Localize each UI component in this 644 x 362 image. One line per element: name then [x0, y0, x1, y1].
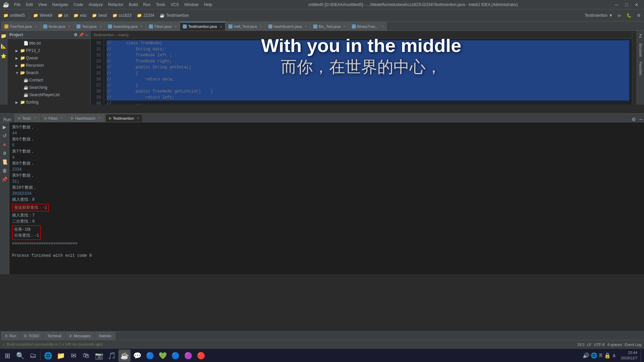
- tab-testjava[interactable]: Test.java ✕: [73, 22, 105, 31]
- security-icon[interactable]: 🔒: [604, 352, 611, 359]
- mail-icon[interactable]: ✉: [67, 350, 79, 362]
- code-content[interactable]: 30 31 32 33 34 35 36 37 38 39 40 // clas…: [91, 39, 632, 105]
- tree-item-title[interactable]: 📄 title.txt: [7, 40, 90, 47]
- tab-testinsertionjava[interactable]: TestInsertion.java ✕: [180, 22, 225, 31]
- run-button[interactable]: ▶: [616, 12, 623, 18]
- menu-analyze[interactable]: Analyze: [87, 2, 105, 8]
- menu-build[interactable]: Build: [127, 2, 140, 8]
- menu-refactor[interactable]: Refactor: [106, 2, 125, 8]
- minimize-button[interactable]: ─: [612, 1, 621, 8]
- tab-close-icon[interactable]: ✕: [137, 116, 139, 120]
- menu-tools[interactable]: Tools: [154, 2, 167, 8]
- stop-icon[interactable]: ■: [2, 141, 6, 148]
- tab-hashsearchjava[interactable]: HashSearch.java ✕: [265, 22, 310, 31]
- favorites-right-icon[interactable]: Favorites: [638, 61, 643, 76]
- tab-halftestjava[interactable]: Half_Test.java ✕: [225, 22, 265, 31]
- start-button[interactable]: ⊞: [1, 350, 13, 362]
- project-pin-icon[interactable]: 📌: [79, 33, 84, 37]
- window-controls[interactable]: ─ □ ✕: [612, 1, 641, 8]
- menu-window[interactable]: Window: [182, 2, 201, 8]
- structure-right-icon[interactable]: Z: [638, 32, 643, 40]
- breadcrumb-edu[interactable]: 📁 edu: [71, 12, 89, 18]
- scroll-icon[interactable]: 📜: [1, 159, 8, 165]
- tab-close-icon[interactable]: ✕: [220, 25, 222, 28]
- show-desktop[interactable]: [641, 350, 643, 362]
- tree-item-searching[interactable]: ☕ Searching: [7, 84, 90, 91]
- rerun-icon[interactable]: ↺: [2, 132, 7, 139]
- menu-view[interactable]: View: [36, 2, 49, 8]
- intellij-icon[interactable]: ☕: [118, 350, 130, 362]
- tab-messages[interactable]: 0: Messages: [66, 332, 94, 340]
- breadcrumb-j2334[interactable]: 📁 J2334: [135, 12, 156, 18]
- tab-close-icon[interactable]: ✕: [305, 24, 307, 28]
- store-icon[interactable]: 🛍: [80, 350, 92, 362]
- breadcrumb-cs1823[interactable]: 📁 cs1823: [110, 12, 134, 18]
- tab-close-icon[interactable]: ✕: [260, 24, 262, 28]
- tab-close-icon[interactable]: ✕: [140, 24, 143, 28]
- menu-navigate[interactable]: Navigate: [50, 2, 70, 8]
- tab-close-icon[interactable]: ✕: [60, 116, 63, 120]
- tree-item-search[interactable]: ▼ 📂 Search: [7, 69, 90, 76]
- clear-icon[interactable]: 🗑: [2, 167, 8, 174]
- run-tab-hashsearch[interactable]: ▶ HashSearch ✕: [67, 114, 105, 122]
- favorites-icon[interactable]: ⭐: [0, 52, 7, 60]
- project-selector[interactable]: 📁 untitled5: [1, 12, 27, 18]
- run-tab-fibon[interactable]: ▶ Fibon ✕: [41, 114, 67, 122]
- run-minimize-icon[interactable]: ─: [638, 117, 644, 122]
- tab-terminal[interactable]: Terminal: [44, 332, 65, 340]
- chevron-icon[interactable]: ∧: [612, 352, 616, 359]
- explorer-icon[interactable]: 📁: [55, 350, 67, 362]
- run-output[interactable]: 第5个数据， 44 第6个数据， 5 第7个数据， 4 第8个数据， 2334 …: [9, 122, 644, 274]
- breadcrumb-main[interactable]: main(): [118, 33, 128, 37]
- search-taskbar[interactable]: 🔍: [14, 350, 26, 362]
- menu-edit[interactable]: Edit: [24, 2, 35, 8]
- settings-button[interactable]: ⚙: [635, 12, 643, 18]
- network-icon[interactable]: 🌐: [591, 352, 597, 359]
- tab-close-icon[interactable]: ✕: [381, 24, 384, 28]
- tree-item-pp13[interactable]: ▶ 📁 PP13_2: [7, 47, 90, 54]
- breadcrumb-cn[interactable]: 📁 cn: [56, 12, 70, 18]
- system-clock[interactable]: 20:44 2019/11/7: [618, 350, 640, 361]
- menu-run[interactable]: Run: [141, 2, 153, 8]
- app-icon3[interactable]: 🔴: [195, 350, 207, 362]
- project-minimize-icon[interactable]: ─: [85, 33, 88, 37]
- tab-close-icon[interactable]: ✕: [174, 24, 177, 28]
- ime-icon[interactable]: 英: [599, 353, 603, 358]
- run-config-selector[interactable]: TestInsertion ▼: [583, 12, 615, 18]
- run-tab-test1[interactable]: ▶ Test1 ✕: [14, 114, 40, 122]
- tab-close-icon[interactable]: ✕: [35, 24, 37, 28]
- tab-close-icon[interactable]: ✕: [98, 116, 101, 120]
- breadcrumb-testinsertion[interactable]: ☕ TestInsertion: [158, 12, 191, 18]
- project-settings-icon[interactable]: ⚙: [74, 33, 77, 37]
- project-icon[interactable]: 📁: [0, 32, 7, 40]
- tree-item-queue[interactable]: ▶ 📁 Queue: [7, 54, 90, 62]
- tab-statistic[interactable]: Statistic: [95, 332, 115, 340]
- app-icon[interactable]: 🔵: [169, 350, 181, 362]
- event-log[interactable]: Event Log: [625, 343, 641, 347]
- tab-todo[interactable]: 6: TODO: [20, 332, 43, 340]
- menu-vcs[interactable]: VCS: [169, 2, 181, 8]
- run-tab-testinsertion[interactable]: ▶ TestInsertion ✕: [105, 114, 143, 122]
- code-text[interactable]: // class TreeNode{ // String data; // Tr…: [104, 39, 632, 105]
- play-icon[interactable]: ▶: [2, 124, 7, 130]
- breadcrumb-testinsertion[interactable]: TestInsertion: [93, 33, 114, 37]
- task-view[interactable]: 🗂: [27, 350, 39, 362]
- tab-fibonjava[interactable]: Fibon.java ✕: [146, 22, 180, 31]
- wechat-icon[interactable]: 💚: [157, 350, 169, 362]
- tab-binarytree[interactable]: BinaryTree... ✕: [349, 22, 387, 31]
- close-button[interactable]: ✕: [632, 1, 641, 8]
- menu-file[interactable]: File: [12, 2, 22, 8]
- tree-item-recursion[interactable]: ▶ 📁 Recursion: [7, 62, 90, 69]
- debug-button[interactable]: 🐛: [625, 12, 634, 18]
- volume-icon[interactable]: 🔊: [583, 352, 589, 359]
- tree-item-contact[interactable]: ☕ Contact: [7, 76, 90, 84]
- run-settings-icon[interactable]: ⚙: [630, 117, 637, 122]
- qq-icon[interactable]: 🔵: [144, 350, 156, 362]
- menu-code[interactable]: Code: [71, 2, 85, 8]
- tab-bintestjava[interactable]: Bin_Test.java ✕: [310, 22, 349, 31]
- tab-close-icon[interactable]: ✕: [68, 24, 70, 28]
- maximize-button[interactable]: □: [622, 1, 631, 8]
- edge-icon[interactable]: 🌐: [42, 350, 54, 362]
- tab-searchingjava[interactable]: Searching.java ✕: [105, 22, 146, 31]
- tab-close-icon[interactable]: ✕: [343, 24, 346, 28]
